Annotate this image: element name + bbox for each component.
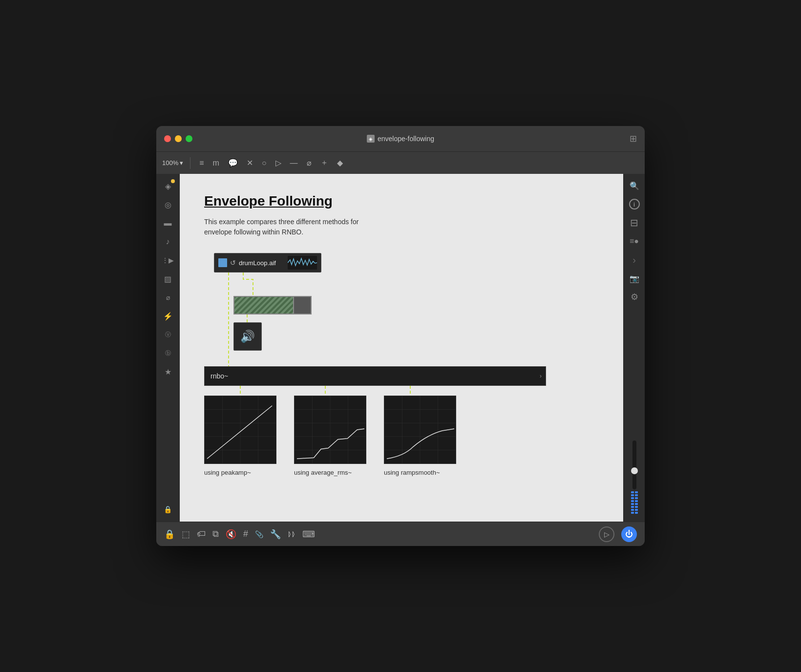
sidebar-item-lock[interactable]: 🔒 [160, 501, 176, 518]
title-bar: ◈ envelope-following ⊞ [156, 126, 645, 151]
file-icon: ◈ [367, 135, 375, 143]
vol-bar [631, 491, 634, 493]
lock-bottom-icon: 🔒 [164, 529, 175, 540]
power-icon: ⏻ [625, 530, 633, 539]
vol-bar [635, 509, 638, 511]
grid-bottom-icon: # [243, 529, 248, 539]
audio-file-icon [218, 258, 227, 267]
main-layout: ◈ ◎ ▬ ♪ ⋮▶ ▨ ⌀ ⚡ [156, 174, 645, 522]
refresh-icon[interactable]: ↺ [230, 259, 236, 267]
play-button[interactable]: ▷ [599, 526, 614, 542]
sidebar-panels[interactable]: ⊟ [627, 215, 642, 231]
image-icon: ▨ [164, 274, 171, 284]
canvas-content: Envelope Following This example compares… [180, 174, 623, 522]
volume-slider-thumb[interactable] [631, 467, 638, 474]
scope-display-rms[interactable] [294, 396, 366, 464]
package-icon: ◈ [165, 182, 171, 191]
vol-bar [631, 500, 634, 502]
mute-btn[interactable]: 🔇 [226, 529, 236, 540]
sidebar-item-plug[interactable]: ⚡ [160, 308, 176, 324]
zoom-control[interactable]: 100% ▾ [162, 159, 183, 167]
close-button[interactable] [164, 135, 171, 142]
sliders-icon: ⚙ [631, 292, 638, 302]
sidebar-info[interactable]: i [627, 196, 642, 212]
toolbar-omega-btn[interactable]: ⌀ [305, 156, 314, 169]
toolbar-comment-btn[interactable]: 💬 [226, 156, 240, 169]
scope-display-peakamp[interactable] [204, 396, 276, 464]
speaker-object[interactable]: 🔊 [233, 322, 262, 351]
subpatch-btn[interactable]: ⧉ [212, 529, 219, 539]
bars-btn[interactable]: ⦊⦊ [288, 530, 295, 539]
sequence-icon: ⋮▶ [162, 256, 174, 264]
scope-label-rampsmooth: using rampsmooth~ [384, 469, 440, 476]
sidebar-search[interactable]: 🔍 [627, 178, 642, 193]
sidebar-item-package[interactable]: ◈ [160, 178, 176, 194]
sidebar-item-vst[interactable]: ⓥ [160, 326, 176, 343]
toolbar-plus-btn[interactable]: ＋ [318, 156, 330, 170]
power-button[interactable]: ⏻ [621, 526, 637, 542]
waveform-display [288, 256, 317, 270]
keyboard-btn[interactable]: ⌨ [302, 529, 315, 540]
sidebar-item-note[interactable]: ♪ [160, 233, 176, 250]
lock-btn[interactable]: 🔒 [164, 529, 175, 540]
sidebar-chevron[interactable]: › [627, 252, 642, 268]
vol-bar [635, 512, 638, 514]
traffic-lights [164, 135, 192, 142]
comment-btn[interactable]: 🏷 [197, 529, 206, 539]
select-btn[interactable]: ⬚ [182, 529, 190, 540]
toolbar-list-btn[interactable]: ≡ [197, 157, 206, 169]
left-sidebar: ◈ ◎ ▬ ♪ ⋮▶ ▨ ⌀ ⚡ [156, 174, 180, 522]
toolbar-play-btn[interactable]: ▷ [274, 156, 283, 169]
toolbar-fill-btn[interactable]: ◆ [335, 156, 345, 169]
package-badge [171, 179, 175, 183]
info-icon: i [629, 199, 640, 210]
vol-bar [631, 497, 634, 499]
svg-line-10 [207, 406, 272, 459]
minimize-button[interactable] [175, 135, 182, 142]
scope-average-rms: using average_rms~ [294, 396, 366, 476]
sidebar-item-link[interactable]: ⌀ [160, 289, 176, 306]
vol-bar [635, 494, 638, 496]
vol-bar [635, 506, 638, 508]
toolbar-minus-btn[interactable]: — [288, 157, 300, 169]
groove-object[interactable] [233, 296, 312, 315]
sidebar-item-display[interactable]: ▬ [160, 215, 176, 231]
sidebar-item-star[interactable]: ★ [160, 363, 176, 380]
canvas-area[interactable]: Envelope Following This example compares… [180, 174, 623, 522]
main-window: ◈ envelope-following ⊞ 100% ▾ ≡ m 💬 ✕ ○ … [156, 126, 645, 546]
keyboard-icon: ⌨ [302, 529, 315, 540]
sidebar-item-sequence[interactable]: ⋮▶ [160, 252, 176, 269]
select-icon: ⬚ [182, 529, 190, 540]
patch-area: ↺ drumLoop.aif 🔊 [204, 253, 556, 517]
sidebar-camera[interactable]: 📷 [627, 271, 642, 286]
vol-bar [631, 494, 634, 496]
sidebar-sliders[interactable]: ⚙ [627, 289, 642, 305]
volume-slider-track[interactable] [632, 441, 636, 489]
toolbar-circle-btn[interactable]: ○ [260, 157, 269, 169]
b-icon: ⓑ [165, 349, 171, 357]
wrench-btn[interactable]: 🔧 [270, 529, 281, 540]
scope-grid-3 [384, 396, 456, 463]
sidebar-list[interactable]: ≡● [627, 233, 642, 249]
scope-display-rampsmooth[interactable] [384, 396, 456, 464]
sidebar-item-image[interactable]: ▨ [160, 271, 176, 287]
rnbo-object[interactable]: rnbo~ › [204, 366, 546, 386]
maximize-button[interactable] [186, 135, 192, 142]
audio-file-object[interactable]: ↺ drumLoop.aif [214, 253, 321, 273]
chevron-right-icon: › [632, 254, 636, 266]
grid-view-icon[interactable]: ⊞ [630, 133, 637, 144]
grid-btn[interactable]: # [243, 529, 248, 539]
sidebar-item-b[interactable]: ⓑ [160, 345, 176, 361]
toolbar-text-btn[interactable]: m [211, 157, 221, 169]
groove-end [293, 297, 311, 314]
bottom-left: 🔒 ⬚ 🏷 ⧉ 🔇 # 📎 🔧 ⦊⦊ [164, 529, 315, 540]
volume-area [631, 441, 638, 518]
toolbar-x-btn[interactable]: ✕ [245, 156, 255, 169]
star-icon: ★ [165, 367, 171, 377]
lock-icon: 🔒 [164, 505, 172, 513]
subpatch-icon: ⧉ [212, 529, 219, 539]
target-icon: ◎ [165, 200, 171, 210]
comment-icon: 🏷 [197, 529, 206, 539]
sidebar-item-target[interactable]: ◎ [160, 196, 176, 213]
snap-btn[interactable]: 📎 [255, 530, 263, 538]
